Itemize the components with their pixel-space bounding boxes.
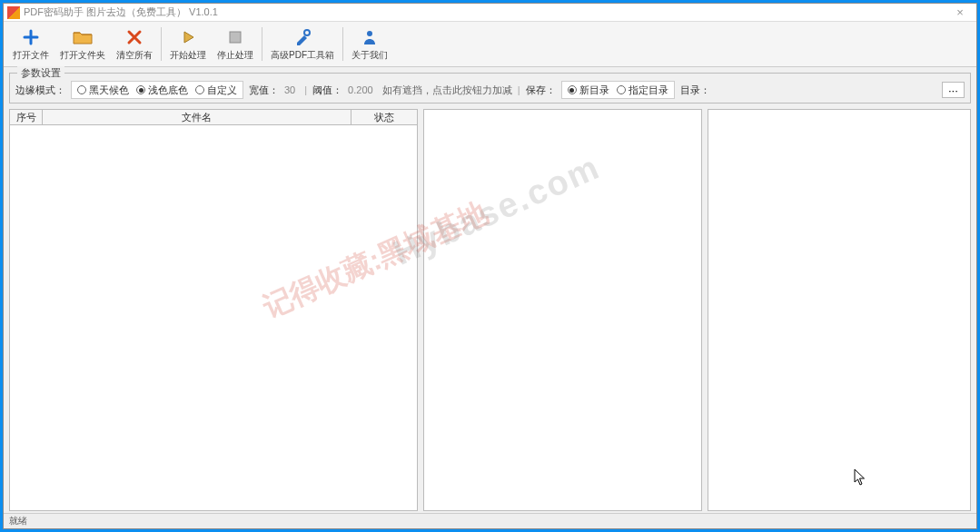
close-button[interactable]: ×	[947, 5, 973, 19]
ratio-label: 阈值：	[312, 84, 342, 97]
tools-icon	[292, 27, 312, 47]
open-file-button[interactable]: 打开文件	[7, 24, 54, 64]
width-label: 宽值：	[249, 84, 279, 97]
preview-panel	[423, 109, 702, 511]
save-mode-new[interactable]: 新目录	[568, 84, 609, 97]
table-header: 序号 文件名 状态	[9, 109, 418, 125]
person-icon	[360, 27, 380, 47]
plus-icon	[21, 27, 41, 47]
col-seq[interactable]: 序号	[10, 110, 43, 124]
save-mode-specify[interactable]: 指定目录	[617, 84, 668, 97]
app-icon	[7, 6, 20, 19]
col-status[interactable]: 状态	[351, 110, 417, 124]
edge-mode-light[interactable]: 浅色底色	[136, 84, 188, 97]
delete-icon	[124, 27, 144, 47]
ratio-value: 0.200	[348, 84, 373, 95]
svg-point-2	[367, 31, 372, 36]
save-mode-radio-group: 新目录 指定目录	[561, 81, 675, 99]
clear-all-button[interactable]: 清空所有	[111, 24, 158, 64]
about-button[interactable]: 关于我们	[346, 24, 393, 64]
options-legend: 参数设置	[17, 66, 64, 80]
edge-mode-label: 边缘模式：	[15, 84, 65, 97]
browse-dir-button[interactable]: ···	[942, 82, 965, 98]
col-file[interactable]: 文件名	[43, 110, 351, 124]
dir-label: 目录：	[680, 84, 710, 97]
edge-mode-radio-group: 黑天候色 浅色底色 自定义	[71, 81, 243, 99]
edge-mode-black[interactable]: 黑天候色	[77, 84, 129, 97]
table-body[interactable]	[9, 125, 418, 511]
svg-rect-0	[230, 32, 241, 43]
toolbar: 打开文件 打开文件夹 清空所有 开始处理 停止处理	[4, 22, 976, 67]
file-list-panel: 序号 文件名 状态	[9, 109, 418, 511]
options-note: 如有遮挡，点击此按钮力加减	[382, 84, 512, 97]
window-title: PDF密码助手 图片去边（免费工具） V1.0.1	[24, 5, 947, 19]
options-group: 参数设置 边缘模式： 黑天候色 浅色底色 自定义 宽值： 30 | 阈值： 0.…	[9, 73, 971, 103]
edge-mode-custom[interactable]: 自定义	[195, 84, 237, 97]
advanced-tools-button[interactable]: 高级PDF工具箱	[265, 24, 340, 64]
folder-icon	[73, 27, 93, 47]
save-label: 保存：	[526, 84, 556, 97]
open-folder-button[interactable]: 打开文件夹	[54, 24, 111, 64]
main-area: 序号 文件名 状态	[4, 109, 976, 513]
start-button[interactable]: 开始处理	[164, 24, 212, 64]
titlebar: PDF密码助手 图片去边（免费工具） V1.0.1 ×	[4, 4, 976, 22]
width-value: 30	[284, 84, 295, 95]
stop-button[interactable]: 停止处理	[212, 24, 259, 64]
stop-icon	[225, 27, 245, 47]
statusbar: 就绪	[4, 513, 976, 528]
svg-point-1	[304, 30, 310, 35]
play-icon	[178, 27, 198, 47]
result-panel	[708, 109, 971, 511]
